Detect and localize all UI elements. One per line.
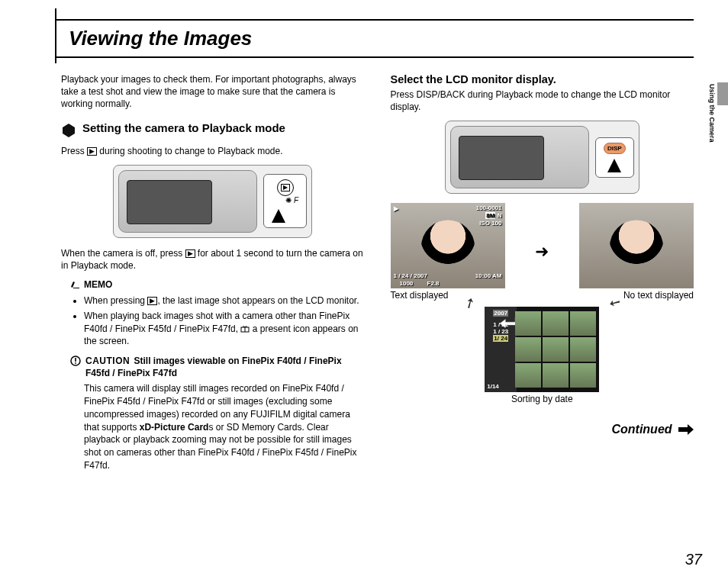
svg-rect-5 bbox=[75, 362, 76, 364]
play-icon: ▶ bbox=[185, 249, 195, 258]
press-during-shooting: Press ▶ during shooting to change to Pla… bbox=[61, 145, 365, 157]
page-title: Viewing the Images bbox=[69, 27, 694, 50]
subhead-lcd-display: Select the LCD monitor display. bbox=[391, 73, 694, 85]
camera-illustration-play: ▶ ✺ F bbox=[113, 165, 312, 238]
play-icon: ▶ bbox=[394, 205, 398, 212]
page-number: 37 bbox=[685, 551, 702, 568]
camera-illustration-disp: DISP bbox=[445, 121, 639, 194]
section-tab: Using the Camera bbox=[705, 82, 728, 182]
camera-off-text: When the camera is off, press ▶ for abou… bbox=[61, 247, 365, 272]
memo-heading: MEMO bbox=[70, 279, 365, 291]
arrow-up-icon bbox=[607, 159, 621, 172]
memo-item-1: When pressing ▶, the last image shot app… bbox=[84, 294, 365, 307]
svg-marker-0 bbox=[63, 124, 75, 137]
caution-body: This camera will display still images re… bbox=[84, 382, 365, 472]
right-column: Select the LCD monitor display. Press DI… bbox=[391, 73, 694, 480]
caption-sorting: Sorting by date bbox=[485, 394, 599, 404]
caption-no-text: No text displayed bbox=[579, 290, 694, 301]
disp-button-icon: DISP bbox=[604, 143, 626, 154]
caution-icon bbox=[70, 356, 81, 379]
play-icon: ▶ bbox=[87, 147, 97, 156]
left-column: Playback your images to check them. For … bbox=[61, 73, 365, 480]
continued-label: Continued bbox=[391, 423, 694, 438]
arrow-right-icon: ➜ bbox=[535, 242, 549, 262]
hand-note-icon bbox=[70, 280, 81, 291]
gift-icon bbox=[240, 323, 250, 331]
play-icon: ▶ bbox=[147, 297, 157, 305]
arrow-up-icon bbox=[272, 209, 285, 223]
preview-text-displayed: ▶ 100-0001 8M N ISO 100 1 / 24 / 2007 10… bbox=[391, 203, 505, 288]
continue-arrow-icon bbox=[678, 424, 694, 438]
svg-rect-4 bbox=[75, 358, 76, 362]
subhead-playback-mode: Setting the camera to Playback mode bbox=[82, 121, 285, 136]
return-arrow-icon bbox=[500, 316, 517, 333]
hexagon-icon bbox=[61, 123, 76, 140]
intro-text: Playback your images to check them. For … bbox=[61, 73, 365, 111]
caption-text-displayed: Text displayed bbox=[391, 290, 505, 301]
lcd-intro: Press DISP/BACK during Playback mode to … bbox=[391, 88, 694, 113]
preview-sorting: 2007 1 / 22 1 / 23 1/ 24 1/14 bbox=[485, 307, 599, 392]
caution-heading: CAUTION Still images viewable on FinePix… bbox=[85, 355, 365, 379]
memo-item-2: When playing back images shot with a cam… bbox=[84, 310, 365, 347]
preview-no-text bbox=[579, 203, 694, 288]
